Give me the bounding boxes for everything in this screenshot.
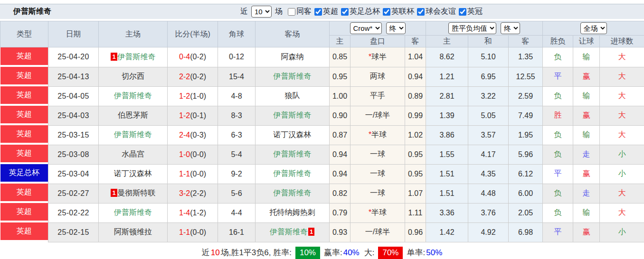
away-team-name: 托特纳姆热刺 [270, 208, 315, 216]
home-team-cell: 伊普斯维奇 [99, 86, 168, 106]
recent-count-select[interactable]: 10 [251, 6, 272, 18]
away-team-cell: 狼队 [256, 86, 330, 106]
mean-home-cell: 1.55 [426, 145, 468, 164]
full-time-score: 1-1 [179, 228, 190, 236]
odds-group-header: Crow* 终 [330, 21, 426, 36]
away-team-name: 伊普斯维奇 [274, 72, 312, 80]
league-cell: 英超 [0, 86, 48, 106]
odds-away-cell: 0.99 [405, 106, 426, 125]
handicap-line-cell: 一球 [350, 164, 405, 184]
mean-source-select[interactable]: 胜平负均值 [448, 22, 496, 34]
handicap-line-text: 球半 [371, 53, 387, 61]
score-cell: 1-1(0-0) [168, 164, 218, 184]
col-header-mean-home: 主 [426, 36, 468, 47]
corners-cell: 6-3 [218, 125, 256, 145]
mean-home-cell: 3.36 [426, 203, 468, 222]
home-team-name: 阿斯顿维拉 [114, 228, 152, 236]
match-table-body: 英超 25-04-20 1伊普斯维奇 0-4(0-2) 0-12 阿森纳 0.8… [0, 47, 644, 242]
goals-result-cell: 大 [600, 203, 644, 222]
fa-cup-checkbox[interactable] [341, 8, 349, 16]
date-cell: 25-03-08 [48, 145, 99, 164]
corners-cell: 15-4 [218, 67, 256, 86]
mean-draw-cell: 4.17 [468, 145, 509, 164]
premier-league-checkbox[interactable] [314, 8, 322, 16]
handicap-line-cell: 两球 [350, 67, 405, 86]
filter-premier-league[interactable]: 英超 [312, 7, 338, 17]
odds-away-cell: 1.04 [405, 47, 426, 67]
summary-bar: 近10场,胜1平3负6, 胜率: 10% 赢率:40% 大: 70% 单率:50… [0, 247, 644, 259]
score-cell: 2-4(0-3) [168, 125, 218, 145]
mean-away-cell: 5.96 [509, 145, 543, 164]
table-row: 英超 25-03-15 伊普斯维奇 2-4(0-3) 6-3 诺丁汉森林 0.8… [0, 125, 644, 145]
filter-same-away[interactable]: 同客 [285, 7, 312, 17]
corners-cell: 8-3 [218, 106, 256, 125]
away-team-name: 伊普斯维奇 [274, 169, 312, 177]
date-cell: 25-04-13 [48, 67, 99, 86]
odds-home-cell: 1.00 [330, 86, 350, 106]
date-cell: 25-02-22 [48, 203, 99, 222]
same-away-checkbox[interactable] [288, 8, 295, 16]
score-cell: 1-2(0-1) [168, 106, 218, 125]
league-badge: 英超 [0, 184, 48, 201]
single-rate-label: 单率: [407, 247, 425, 258]
half-time-score: (1-2) [190, 209, 206, 217]
mean-away-cell: 6.98 [509, 222, 543, 242]
recent-label: 近 [240, 7, 248, 17]
full-time-score: 2-2 [179, 73, 190, 81]
filter-controls: 近 10 场 同客 英超 英足总杯 英联杯 球会友谊 英冠 [238, 6, 483, 18]
handicap-line-text: 一球 [370, 150, 385, 158]
corners-cell: 5-6 [218, 184, 256, 203]
odds-away-cell: 0.95 [405, 164, 426, 184]
away-team-cell: 托特纳姆热刺 [256, 203, 330, 222]
away-team-name: 伊普斯维奇 [270, 228, 308, 236]
mean-away-cell: 7.49 [509, 106, 543, 125]
odds-win-value: 40% [343, 248, 360, 258]
home-team-name: 诺丁汉森林 [114, 169, 152, 177]
col-header-home: 主场 [99, 21, 168, 47]
filter-club-friendly[interactable]: 球会友谊 [414, 7, 456, 17]
goals-result-cell: 小 [600, 145, 644, 164]
goals-result-cell: 小 [600, 164, 644, 184]
scope-select[interactable]: 全场 [580, 22, 607, 34]
mean-time-select[interactable]: 终 [501, 22, 520, 34]
handicap-line-text: 半球 [371, 130, 387, 139]
score-cell: 2-2(0-2) [168, 67, 218, 86]
mean-away-cell: 1.95 [509, 125, 543, 145]
handicap-result-cell: 走 [573, 145, 600, 164]
full-time-score: 1-1 [179, 170, 190, 178]
mean-home-cell: 2.81 [426, 86, 468, 106]
odds-source-select[interactable]: Crow* [350, 22, 382, 34]
filter-league-cup[interactable]: 英联杯 [380, 7, 414, 17]
half-time-score: (0-2) [190, 53, 206, 61]
club-friendly-checkbox[interactable] [417, 8, 425, 16]
mean-draw-cell: 3.22 [468, 86, 509, 106]
odds-time-select[interactable]: 终 [386, 22, 406, 34]
handicap-line-cell: *半球 [350, 125, 405, 145]
home-team-cell: 1曼彻斯特联 [99, 184, 168, 203]
handicap-result-cell: 走 [573, 184, 600, 203]
home-team-cell: 诺丁汉森林 [99, 164, 168, 184]
goals-result-cell: 大 [600, 106, 644, 125]
odds-home-cell: 0.93 [330, 222, 350, 242]
date-cell: 25-04-05 [48, 86, 99, 106]
home-team-name: 伊普斯维奇 [118, 53, 156, 61]
red-card-badge: 1 [308, 228, 314, 236]
mean-draw-cell: 4.92 [468, 222, 509, 242]
col-header-odds-away: 客 [405, 36, 426, 47]
league-cup-checkbox[interactable] [383, 8, 390, 16]
filter-fa-cup[interactable]: 英足总杯 [338, 7, 380, 17]
full-time-score: 3-2 [179, 189, 190, 197]
summary-record: 场,胜1平3负6, 胜率: [221, 247, 292, 258]
league-badge: 英超 [0, 145, 48, 162]
filter-championship[interactable]: 英冠 [456, 7, 483, 17]
table-row: 英超 25-03-08 水晶宫 1-0(0-0) 5-4 伊普斯维奇 0.94 … [0, 145, 644, 164]
league-cell: 英超 [0, 203, 48, 222]
handicap-line-cell: 一/球半 [350, 222, 405, 242]
championship-checkbox[interactable] [459, 8, 466, 16]
score-cell: 1-1(0-0) [168, 222, 218, 242]
handicap-result-cell: 输 [573, 125, 600, 145]
handicap-line-text: 两球 [370, 72, 385, 80]
half-time-score: (0-0) [190, 150, 206, 158]
col-header-handicap-result: 让球 [573, 36, 600, 47]
big-rate-badge: 70% [378, 247, 403, 259]
